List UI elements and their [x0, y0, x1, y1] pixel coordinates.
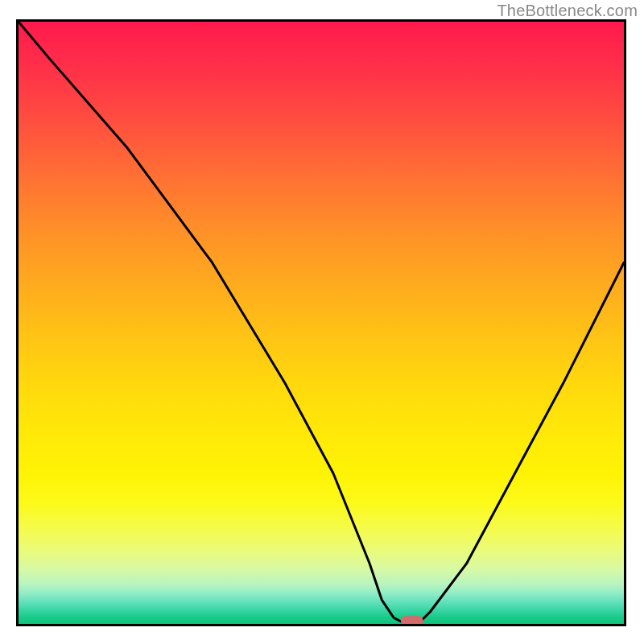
bottleneck-curve: [19, 22, 624, 624]
optimum-marker: [401, 616, 423, 624]
watermark-text: TheBottleneck.com: [497, 2, 638, 20]
chart-container: TheBottleneck.com: [0, 0, 644, 644]
bottleneck-curve-svg: [19, 22, 624, 624]
plot-frame: [16, 19, 626, 626]
